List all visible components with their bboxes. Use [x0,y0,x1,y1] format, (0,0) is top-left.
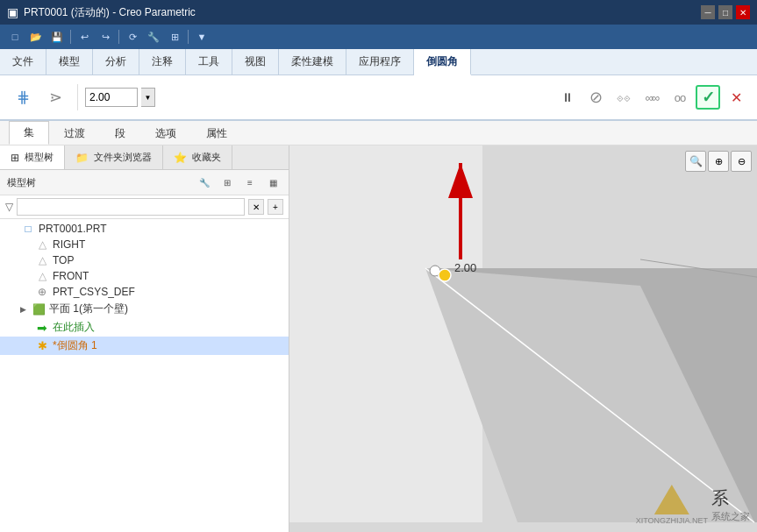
plane-icon-front: △ [35,270,49,282]
menu-tab-fillet[interactable]: 倒圆角 [414,49,471,75]
reject-button[interactable]: ✕ [724,85,748,110]
window-controls[interactable]: ─ □ ✕ [701,5,750,19]
preview1-button[interactable]: ⟐⟐ [611,85,636,110]
tree-options-button[interactable]: ≡ [241,174,259,191]
zoom-fit-button[interactable]: 🔍 [685,151,706,172]
tree-item-front[interactable]: △ FRONT [0,268,289,284]
preview2-button[interactable]: ∞∞ [639,85,664,110]
viewport[interactable]: 2.00 🔍 ⊕ ⊖ XITONGZHIJIA.NET [289,145,757,532]
svg-point-6 [439,269,451,281]
menu-tab-analysis[interactable]: 分析 [93,49,139,74]
radius-dropdown[interactable]: ▼ [141,88,155,107]
save-button[interactable]: 💾 [47,27,67,46]
tree-item-root[interactable]: □ PRT0001.PRT [0,221,289,237]
stop-button[interactable]: ⊘ [583,85,608,110]
tree-label-top: TOP [53,254,74,266]
tree-label-right: RIGHT [53,238,85,251]
watermark-text: 系统之家 [711,510,750,523]
tree-item-top[interactable]: △ TOP [0,252,289,268]
redo-button[interactable]: ↪ [96,27,115,46]
panel-tab-favorites[interactable]: ⭐ 收藏夹 [163,145,232,169]
pause-button[interactable]: ⏸ [555,85,580,110]
regen-button[interactable]: ⟳ [123,27,142,46]
maximize-button[interactable]: □ [718,5,732,19]
menu-tab-model[interactable]: 模型 [46,49,93,74]
watermark-site: XITONGZHIJIA.NET [636,516,708,525]
sub-tab-properties[interactable]: 属性 [191,122,242,145]
model-tree-title: 模型树 [7,176,190,189]
sub-tab-transition[interactable]: 过渡 [49,122,100,145]
panel-tab-folder[interactable]: 📁 文件夹浏览器 [65,145,163,169]
sub-tab-segment[interactable]: 段 [100,122,140,145]
tree-label-csys: PRT_CSYS_DEF [53,286,135,298]
preview3-button[interactable]: oo [668,85,692,110]
model-tree-icon: ⊞ [11,152,19,164]
model-tree-header: 模型树 🔧 ⊞ ≡ ▦ [0,170,289,195]
tree-item-plane1[interactable]: ▶ 🟩 平面 1(第一个壁) [0,300,289,318]
search-submit-button[interactable]: + [268,199,283,215]
panel-tab-favorites-label: 收藏夹 [192,151,221,164]
menu-tab-flexible[interactable]: 柔性建模 [279,49,346,74]
new-button[interactable]: □ [5,27,25,46]
part-icon: □ [21,223,35,235]
zoom-in-button[interactable]: ⊕ [708,151,729,172]
ribbon-group-type: ⋕ ⋗ [9,84,78,110]
zoom-out-button[interactable]: ⊖ [731,151,752,172]
sub-tab-set[interactable]: 集 [9,121,49,145]
tree-item-fillet[interactable]: ✱ *倒圆角 1 [0,337,289,355]
tree-label-plane1: 平面 1(第一个壁) [49,301,128,316]
ribbon-type-btn-1[interactable]: ⋕ [9,84,38,110]
csys-icon: ⊕ [35,286,49,298]
panel-tab-folder-label: 文件夹浏览器 [94,151,152,164]
title-bar-left: ▣ PRT0001 (活动的) - Creo Parametric [7,5,196,20]
tree-more-button[interactable]: ▦ [264,174,282,191]
ribbon-toolbar: ⋕ ⋗ ▼ ⏸ ⊘ ⟐⟐ ∞∞ oo ✓ ✕ [0,75,757,121]
folder-icon: 📁 [75,152,89,164]
open-button[interactable]: 📂 [26,27,46,46]
tree-label-insert: 在此插入 [53,320,95,335]
more-button[interactable]: ▼ [192,27,211,46]
filter-icon: ▽ [5,201,13,213]
tree-settings-button[interactable]: 🔧 [196,174,213,191]
minimize-button[interactable]: ─ [701,5,715,19]
left-panel: ⊞ 模型树 📁 文件夹浏览器 ⭐ 收藏夹 模型树 🔧 ⊞ ≡ ▦ ▽ ✕ [0,145,289,532]
tree-label-root: PRT0001.PRT [39,223,107,235]
tree-item-insert[interactable]: ➡ 在此插入 [0,318,289,337]
fillet-icon: ✱ [35,339,49,352]
tree-item-right[interactable]: △ RIGHT [0,237,289,252]
undo-button[interactable]: ↩ [75,27,94,46]
star-icon: ⭐ [174,152,187,164]
panel-tab-model-tree-label: 模型树 [25,151,54,164]
watermark: XITONGZHIJIA.NET 系 系统之家 [636,485,750,525]
menu-bar: 文件 模型 分析 注释 工具 视图 柔性建模 应用程序 倒圆角 [0,49,757,75]
svg-text:2.00: 2.00 [454,261,476,274]
toolbar-separator [70,30,71,44]
search-clear-button[interactable]: ✕ [248,199,264,215]
menu-tab-tools[interactable]: 工具 [186,49,232,74]
viewport-toolbar: 🔍 ⊕ ⊖ [685,151,752,172]
tree-expand-button[interactable]: ⊞ [218,174,236,191]
tree-item-csys[interactable]: ⊕ PRT_CSYS_DEF [0,284,289,300]
tools-button[interactable]: 🔧 [144,27,163,46]
ribbon-type-btn-2[interactable]: ⋗ [41,84,70,110]
value-input-group: ▼ [85,88,155,107]
search-input[interactable] [17,198,245,216]
sub-tab-options[interactable]: 选项 [140,122,191,145]
viewport-svg: 2.00 [289,145,757,532]
title-bar: ▣ PRT0001 (活动的) - Creo Parametric ─ □ ✕ [0,0,757,25]
app-icon: ▣ [7,5,18,19]
menu-tab-annotation[interactable]: 注释 [139,49,186,74]
expand-icon-plane1: ▶ [18,305,28,314]
plane-icon-right: △ [35,238,49,251]
menu-tab-apps[interactable]: 应用程序 [346,49,414,74]
menu-tab-file[interactable]: 文件 [0,49,46,74]
ribbon-right-controls: ⏸ ⊘ ⟐⟐ ∞∞ oo ✓ ✕ [555,85,748,110]
extrude-icon: 🟩 [32,303,46,316]
close-button[interactable]: ✕ [736,5,750,19]
menu-tab-view[interactable]: 视图 [232,49,279,74]
radius-input[interactable] [85,88,138,107]
tree-label-front: FRONT [53,270,89,282]
accept-button[interactable]: ✓ [696,85,720,110]
panel-tab-model-tree[interactable]: ⊞ 模型树 [0,145,65,169]
grid-button[interactable]: ⊞ [165,27,184,46]
